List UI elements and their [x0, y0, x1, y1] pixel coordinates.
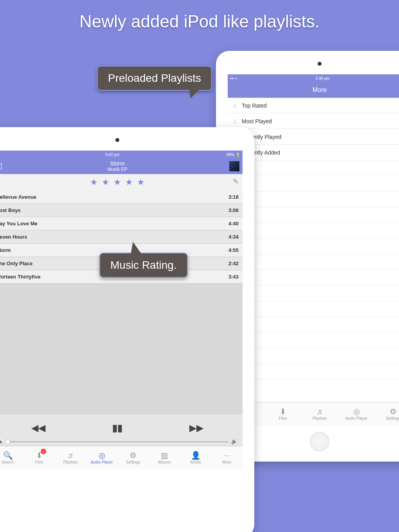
volume-high-icon: 🔊 [231, 439, 237, 444]
tab-label: Albums [158, 460, 171, 464]
rating-bar[interactable]: ★ ★ ★ ★ ★ ✎ [0, 174, 243, 191]
status-signal: ••• ᯤ [230, 76, 239, 81]
camera-dot [115, 138, 119, 142]
track-title: Seven Hours [0, 234, 27, 240]
tab-playlists[interactable]: ♬Playlists [55, 446, 86, 469]
forward-button[interactable]: ▶▶ [189, 422, 203, 433]
track-duration: 2:42 [228, 261, 239, 266]
track-duration: 4:34 [228, 234, 239, 240]
rewind-button[interactable]: ◀◀ [31, 422, 45, 433]
tab-albums[interactable]: ▥Albums [149, 446, 180, 469]
nav-title: More [313, 86, 327, 93]
track-duration: 4:40 [228, 221, 239, 226]
tab-label: Playlists [313, 416, 327, 421]
home-button[interactable] [310, 432, 329, 451]
ipad-left: ᯤ 5:42 pm 88% 🔋 Storm Musik EP ★ ★ ★ ★ ★… [0, 127, 254, 532]
status-battery: 88% 🔋 [226, 153, 240, 157]
tab-files[interactable]: ⬇Files [264, 403, 301, 426]
tab-label: More [223, 460, 232, 464]
download-icon: ⬇ [280, 408, 286, 415]
album-art-thumb[interactable] [229, 161, 239, 171]
playlist-row[interactable]: ♫ Top Rated [228, 98, 399, 113]
now-playing-album: Musik EP [108, 167, 128, 172]
tab-audio-player[interactable]: ◎Audio Player [86, 446, 117, 469]
tab-settings[interactable]: ⚙Settings [117, 446, 149, 469]
promo-headline: Newly added iPod like playlists. [0, 12, 399, 31]
now-playing-title: Storm [110, 160, 124, 167]
tab-label: Playlists [63, 460, 78, 464]
tab-label: Settings [126, 460, 140, 464]
music-note-icon: ♫ [232, 118, 237, 125]
star-icon[interactable]: ★ [125, 177, 133, 187]
callout-text: Music Rating. [110, 259, 177, 271]
volume-low-icon: 🔈 [0, 439, 4, 444]
camera-dot [318, 62, 322, 66]
playlist-label: Most Played [242, 118, 272, 124]
track-row[interactable]: Bellevue Avenue3:18 [0, 191, 243, 204]
callout-preloaded: Preloaded Playlists [97, 66, 212, 91]
tab-label: Files [279, 416, 287, 421]
track-duration: 4:55 [228, 247, 239, 253]
tab-audio-player[interactable]: ◎Audio Player [338, 403, 375, 426]
nav-bar: Storm Musik EP [0, 158, 243, 174]
star-icon[interactable]: ★ [90, 177, 98, 187]
track-duration: 3:18 [228, 194, 239, 200]
status-bar: ••• ᯤ 3:30 pm ▢ [228, 74, 399, 82]
tab-label: Settings [386, 416, 399, 421]
search-icon: 🔍 [3, 451, 13, 459]
tab-more[interactable]: ⋯More [211, 446, 243, 469]
tab-label: Files [35, 460, 43, 464]
track-title: The Only Place [0, 261, 32, 266]
badge: 1 [41, 449, 46, 454]
back-button[interactable] [0, 163, 2, 169]
status-time: 5:42 pm [0, 153, 226, 157]
track-title: Bellevue Avenue [0, 194, 36, 200]
tab-label: Audio Player [345, 416, 368, 421]
tab-search[interactable]: 🔍Search [0, 446, 23, 469]
status-bar: ᯤ 5:42 pm 88% 🔋 [0, 151, 243, 158]
tab-label: Audio Player [91, 460, 113, 464]
tab-playlists[interactable]: ♬Playlists [301, 403, 338, 426]
tab-label: Search [2, 460, 14, 464]
tab-settings[interactable]: ⚙Settings [375, 403, 399, 426]
playlist-icon: ♬ [68, 451, 74, 459]
tab-bar: 🔍Search ⬇1Files ♬Playlists ◎Audio Player… [0, 446, 243, 469]
track-title: Say You Love Me [0, 221, 38, 226]
status-time: 3:30 pm [239, 76, 399, 81]
music-note-icon: ♫ [232, 102, 237, 109]
star-icon[interactable]: ★ [113, 177, 121, 187]
artist-icon: 👤 [191, 451, 201, 459]
track-row[interactable]: Seven Hours4:34 [0, 230, 243, 244]
star-icon[interactable]: ★ [102, 177, 110, 187]
more-icon: ⋯ [223, 451, 231, 459]
nav-bar: More [228, 82, 399, 98]
edit-icon[interactable]: ✎ [233, 177, 239, 186]
callout-tip [185, 89, 200, 99]
track-duration: 3:43 [228, 274, 239, 280]
pause-button[interactable]: ▮▮ [112, 422, 122, 433]
star-icon[interactable]: ★ [137, 177, 145, 187]
callout-text: Preloaded Playlists [108, 72, 201, 84]
track-title: Thirteen Thirtyfive [0, 274, 40, 280]
tab-files[interactable]: ⬇1Files [23, 446, 55, 469]
track-duration: 3:06 [228, 207, 239, 213]
playlist-icon: ♬ [317, 408, 323, 415]
playlist-label: Top Rated [242, 102, 267, 109]
tab-label: Artists [190, 460, 201, 464]
gear-icon: ⚙ [390, 408, 397, 415]
disc-icon: ◎ [99, 451, 105, 459]
transport-controls: ◀◀ ▮▮ ▶▶ 🔈 🔊 [0, 415, 243, 446]
empty-area [0, 284, 243, 415]
callout-rating: Music Rating. [99, 253, 188, 278]
track-row[interactable]: Lost Boys3:06 [0, 204, 243, 217]
gear-icon: ⚙ [129, 451, 137, 459]
playlist-row[interactable]: ♫ Most Played [228, 113, 399, 129]
track-row[interactable]: Say You Love Me4:40 [0, 217, 243, 230]
screen-left: ᯤ 5:42 pm 88% 🔋 Storm Musik EP ★ ★ ★ ★ ★… [0, 151, 243, 502]
track-title: Lost Boys [0, 207, 21, 213]
seek-slider[interactable] [7, 441, 228, 442]
track-title: Storm [0, 247, 11, 253]
album-icon: ▥ [161, 451, 168, 459]
tab-artists[interactable]: 👤Artists [180, 446, 211, 469]
disc-icon: ◎ [353, 408, 360, 415]
